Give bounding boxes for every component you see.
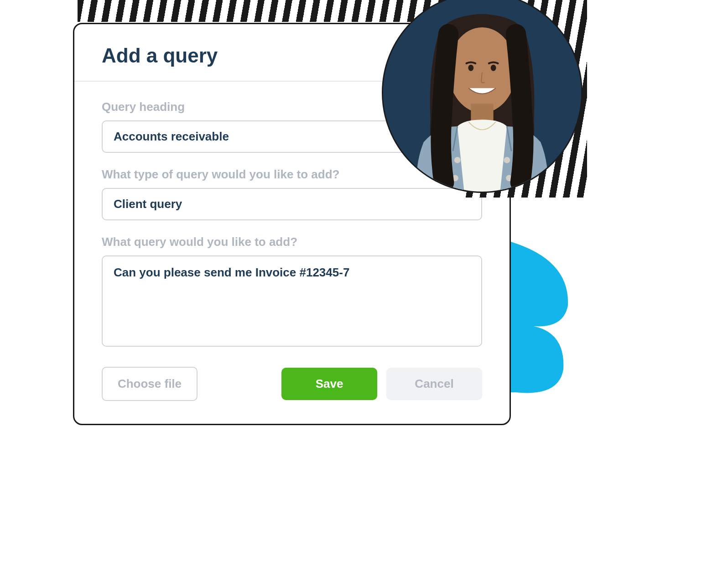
decorative-blue-shape bbox=[497, 242, 593, 399]
svg-point-1 bbox=[448, 27, 516, 113]
avatar-wrapper bbox=[382, 0, 582, 193]
svg-point-8 bbox=[491, 65, 496, 71]
cancel-button[interactable]: Cancel bbox=[386, 368, 482, 400]
avatar bbox=[382, 0, 582, 193]
svg-point-7 bbox=[468, 65, 473, 71]
choose-file-button[interactable]: Choose file bbox=[102, 367, 198, 401]
save-button[interactable]: Save bbox=[281, 368, 377, 400]
query-text-group: What query would you like to add? bbox=[102, 235, 482, 349]
add-query-modal: Add a query Query heading What type of q… bbox=[73, 23, 511, 425]
svg-point-4 bbox=[504, 157, 510, 163]
person-icon bbox=[383, 0, 581, 192]
svg-point-3 bbox=[454, 157, 461, 163]
query-text-input[interactable] bbox=[102, 255, 482, 347]
button-row: Choose file Save Cancel bbox=[102, 367, 482, 401]
query-text-label: What query would you like to add? bbox=[102, 235, 482, 249]
